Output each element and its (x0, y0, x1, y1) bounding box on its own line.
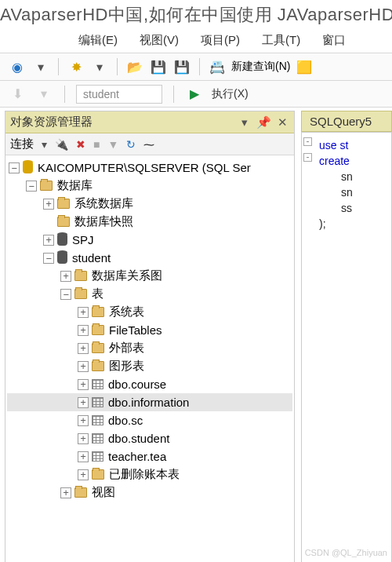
menu-bar: 编辑(E) 视图(V) 项目(P) 工具(T) 窗口 (0, 31, 392, 53)
expand-icon[interactable]: + (78, 379, 89, 390)
code-line: sn (341, 186, 353, 199)
table-icon (92, 415, 103, 425)
connect-icon[interactable]: 🔌 (55, 138, 68, 151)
node-student[interactable]: −student (7, 249, 292, 267)
divider (58, 58, 59, 75)
node-table-course[interactable]: +dbo.course (7, 375, 292, 393)
expand-icon[interactable]: + (60, 271, 71, 282)
server-icon (23, 162, 33, 173)
expand-icon[interactable]: + (78, 433, 89, 444)
panel-header: 对象资源管理器 ▾ 📌 ✕ (5, 111, 294, 133)
node-graph[interactable]: +图形表 (7, 357, 292, 375)
table-icon (92, 433, 103, 443)
execute-button[interactable]: 执行(X) (212, 87, 249, 101)
node-table-sc[interactable]: +dbo.sc (7, 411, 292, 429)
expand-icon[interactable]: + (78, 397, 89, 408)
dropdown-icon[interactable]: ▾ (42, 138, 47, 151)
node-external[interactable]: +外部表 (7, 339, 292, 357)
divider (64, 86, 65, 103)
divider (117, 58, 118, 75)
dropdown-icon[interactable]: ▾ (90, 57, 109, 76)
toolbar-main: ◉ ▾ ✸ ▾ 📂 💾 💾 📇 新建查询(N) 🟨 (0, 53, 392, 81)
folder-icon (74, 289, 87, 299)
filter-icon[interactable]: ▼ (107, 138, 118, 151)
newquery-button[interactable]: 新建查询(N) (231, 60, 290, 74)
more-icon[interactable]: 🟨 (295, 57, 314, 76)
folder-icon (92, 325, 104, 335)
menu-project[interactable]: 项目(P) (201, 33, 240, 48)
node-snapshot[interactable]: 数据库快照 (7, 213, 292, 231)
connect-bar: 连接 ▾ 🔌 ✖ ■ ▼ ↻ ⁓ (5, 133, 294, 155)
fold-gutter: - - (303, 137, 314, 169)
node-table-information[interactable]: +dbo.information (7, 393, 292, 411)
menu-tool[interactable]: 工具(T) (262, 33, 300, 48)
database-select[interactable]: student (76, 85, 162, 104)
activity-icon[interactable]: ⁓ (143, 138, 154, 151)
saveall-icon[interactable]: 💾 (172, 57, 191, 76)
nav-back-icon[interactable]: ◉ (8, 57, 27, 76)
code-editor[interactable]: - - use st create sn sn ss ); (301, 132, 392, 562)
open-icon[interactable]: 📂 (125, 57, 144, 76)
expand-icon[interactable]: + (78, 361, 89, 372)
expand-icon[interactable]: + (43, 199, 54, 210)
collapse-icon[interactable]: − (26, 181, 37, 192)
db-icon (57, 234, 67, 246)
node-tables[interactable]: −表 (7, 285, 292, 303)
save-icon[interactable]: 💾 (149, 57, 168, 76)
stop-icon[interactable]: ■ (93, 138, 100, 151)
expand-icon[interactable]: + (78, 325, 89, 336)
fold-icon[interactable]: - (303, 137, 312, 146)
folder-icon (40, 181, 53, 191)
folder-icon (57, 199, 70, 209)
node-table-teacher[interactable]: +teacher.tea (7, 447, 292, 465)
divider (199, 58, 200, 75)
fold-icon[interactable]: - (303, 153, 312, 162)
table-icon (92, 451, 103, 462)
node-views[interactable]: +视图 (7, 484, 292, 502)
code-line: create (319, 155, 350, 167)
folder-icon (74, 487, 87, 498)
menu-edit[interactable]: 编辑(E) (78, 33, 118, 48)
disconnect-icon[interactable]: ✖ (76, 138, 85, 151)
plug-icon: ⬇ (8, 85, 27, 104)
object-explorer-panel: 对象资源管理器 ▾ 📌 ✕ 连接 ▾ 🔌 ✖ ■ ▼ ↻ ⁓ −KAICOMPU… (5, 111, 295, 562)
folder-icon (92, 307, 104, 317)
node-filetables[interactable]: +FileTables (7, 321, 292, 339)
node-server[interactable]: −KAICOMPUTER\SQLSERVER (SQL Ser (7, 159, 292, 177)
connect-label[interactable]: 连接 (10, 137, 34, 151)
expand-icon[interactable]: + (78, 307, 89, 318)
expand-icon[interactable]: + (43, 235, 54, 246)
node-sysdb[interactable]: +系统数据库 (7, 195, 292, 213)
folder-icon (92, 469, 104, 480)
code-line: ss (341, 202, 352, 214)
expand-icon[interactable]: + (60, 487, 71, 498)
expand-icon[interactable]: + (78, 469, 89, 480)
execute-icon[interactable]: ▶ (185, 85, 204, 104)
folder-icon (92, 343, 104, 353)
node-deleted-ledger[interactable]: +已删除账本表 (7, 465, 292, 484)
node-systables[interactable]: +系统表 (7, 303, 292, 321)
expand-icon[interactable]: + (78, 343, 89, 354)
expand-icon[interactable]: + (78, 451, 89, 462)
node-diagram[interactable]: +数据库关系图 (7, 267, 292, 285)
close-icon[interactable]: ✕ (275, 115, 289, 130)
node-table-student[interactable]: +dbo.student (7, 429, 292, 447)
newquery-icon[interactable]: 📇 (208, 57, 227, 76)
collapse-icon[interactable]: − (60, 289, 71, 300)
menu-view[interactable]: 视图(V) (140, 33, 179, 48)
node-databases[interactable]: −数据库 (7, 177, 292, 195)
menu-window[interactable]: 窗口 (322, 33, 346, 48)
new-file-icon[interactable]: ✸ (67, 57, 85, 76)
pin-icon[interactable]: 📌 (256, 115, 270, 130)
watermark: CSDN @QL_Zhiyuan (305, 548, 387, 557)
code-line: use st (319, 139, 348, 151)
panel-menu-icon[interactable]: ▾ (238, 115, 252, 130)
refresh-icon[interactable]: ↻ (126, 138, 136, 151)
expand-icon[interactable]: + (78, 415, 89, 426)
collapse-icon[interactable]: − (43, 253, 54, 264)
tab-sqlquery[interactable]: SQLQuery5 (301, 111, 392, 132)
collapse-icon[interactable]: − (9, 162, 20, 173)
nav-fwd-icon[interactable]: ▾ (31, 57, 50, 76)
folder-icon (57, 217, 70, 227)
node-spj[interactable]: +SPJ (7, 231, 292, 249)
